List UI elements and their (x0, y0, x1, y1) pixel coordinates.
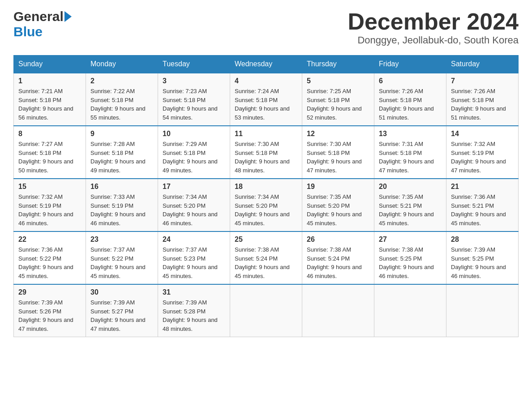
day-info: Sunrise: 7:30 AMSunset: 5:18 PMDaylight:… (307, 140, 369, 175)
day-info: Sunrise: 7:37 AMSunset: 5:23 PMDaylight:… (163, 245, 225, 280)
day-number: 28 (451, 235, 514, 244)
day-number: 25 (235, 235, 297, 244)
logo-arrow-icon (64, 11, 72, 22)
calendar-table: Sunday Monday Tuesday Wednesday Thursday… (13, 55, 519, 337)
table-row: 9Sunrise: 7:28 AMSunset: 5:18 PMDaylight… (86, 126, 158, 179)
table-row: 23Sunrise: 7:37 AMSunset: 5:22 PMDayligh… (86, 231, 158, 284)
day-number: 31 (163, 288, 225, 296)
table-row: 12Sunrise: 7:30 AMSunset: 5:18 PMDayligh… (302, 126, 374, 179)
day-number: 13 (379, 130, 442, 138)
day-info: Sunrise: 7:34 AMSunset: 5:20 PMDaylight:… (235, 193, 297, 227)
day-info: Sunrise: 7:21 AMSunset: 5:18 PMDaylight:… (18, 87, 81, 122)
day-number: 29 (18, 288, 81, 296)
col-sunday: Sunday (14, 56, 86, 73)
table-row: 19Sunrise: 7:35 AMSunset: 5:20 PMDayligh… (302, 179, 374, 231)
day-number: 1 (18, 77, 81, 85)
title-section: December 2024 Donggye, Jeollabuk-do, Sou… (348, 9, 519, 46)
day-info: Sunrise: 7:34 AMSunset: 5:20 PMDaylight:… (163, 193, 225, 227)
table-row: 24Sunrise: 7:37 AMSunset: 5:23 PMDayligh… (158, 231, 230, 284)
table-row: 13Sunrise: 7:31 AMSunset: 5:18 PMDayligh… (374, 126, 446, 179)
day-number: 3 (163, 77, 225, 85)
day-info: Sunrise: 7:35 AMSunset: 5:21 PMDaylight:… (379, 193, 442, 227)
day-number: 23 (90, 235, 153, 244)
page-header: General Blue December 2024 Donggye, Jeol… (13, 9, 519, 46)
col-wednesday: Wednesday (230, 56, 302, 73)
day-number: 16 (90, 183, 153, 191)
table-row: 1Sunrise: 7:21 AMSunset: 5:18 PMDaylight… (14, 73, 86, 126)
col-tuesday: Tuesday (158, 56, 230, 73)
day-number: 27 (379, 235, 442, 244)
day-number: 30 (90, 288, 153, 296)
day-number: 7 (451, 77, 514, 85)
day-info: Sunrise: 7:27 AMSunset: 5:18 PMDaylight:… (18, 140, 81, 175)
calendar-week-row: 29Sunrise: 7:39 AMSunset: 5:26 PMDayligh… (14, 284, 519, 337)
day-info: Sunrise: 7:23 AMSunset: 5:18 PMDaylight:… (163, 87, 225, 122)
table-row: 17Sunrise: 7:34 AMSunset: 5:20 PMDayligh… (158, 179, 230, 231)
col-saturday: Saturday (446, 56, 519, 73)
table-row: 31Sunrise: 7:39 AMSunset: 5:28 PMDayligh… (158, 284, 230, 337)
day-number: 20 (379, 183, 442, 191)
logo-blue-text: Blue (13, 24, 43, 39)
day-info: Sunrise: 7:29 AMSunset: 5:18 PMDaylight:… (163, 140, 225, 175)
day-number: 2 (90, 77, 153, 85)
col-monday: Monday (86, 56, 158, 73)
day-number: 10 (163, 130, 225, 138)
day-info: Sunrise: 7:26 AMSunset: 5:18 PMDaylight:… (451, 87, 514, 122)
day-number: 4 (235, 77, 297, 85)
day-info: Sunrise: 7:37 AMSunset: 5:22 PMDaylight:… (90, 245, 153, 280)
day-number: 12 (307, 130, 369, 138)
table-row: 8Sunrise: 7:27 AMSunset: 5:18 PMDaylight… (14, 126, 86, 179)
day-number: 17 (163, 183, 225, 191)
calendar-week-row: 1Sunrise: 7:21 AMSunset: 5:18 PMDaylight… (14, 73, 519, 126)
calendar-week-row: 22Sunrise: 7:36 AMSunset: 5:22 PMDayligh… (14, 231, 519, 284)
day-number: 11 (235, 130, 297, 138)
day-info: Sunrise: 7:38 AMSunset: 5:24 PMDaylight:… (235, 245, 297, 280)
day-number: 24 (163, 235, 225, 244)
day-number: 8 (18, 130, 81, 138)
table-row: 7Sunrise: 7:26 AMSunset: 5:18 PMDaylight… (446, 73, 519, 126)
table-row (302, 284, 374, 337)
table-row: 30Sunrise: 7:39 AMSunset: 5:27 PMDayligh… (86, 284, 158, 337)
table-row: 15Sunrise: 7:32 AMSunset: 5:19 PMDayligh… (14, 179, 86, 231)
day-info: Sunrise: 7:36 AMSunset: 5:22 PMDaylight:… (18, 245, 81, 280)
logo-general-text: General (13, 9, 64, 24)
table-row: 18Sunrise: 7:34 AMSunset: 5:20 PMDayligh… (230, 179, 302, 231)
table-row: 22Sunrise: 7:36 AMSunset: 5:22 PMDayligh… (14, 231, 86, 284)
day-info: Sunrise: 7:28 AMSunset: 5:18 PMDaylight:… (90, 140, 153, 175)
table-row: 26Sunrise: 7:38 AMSunset: 5:24 PMDayligh… (302, 231, 374, 284)
day-info: Sunrise: 7:31 AMSunset: 5:18 PMDaylight:… (379, 140, 442, 175)
table-row: 5Sunrise: 7:25 AMSunset: 5:18 PMDaylight… (302, 73, 374, 126)
month-title: December 2024 (348, 9, 519, 34)
day-info: Sunrise: 7:39 AMSunset: 5:28 PMDaylight:… (163, 298, 225, 333)
day-info: Sunrise: 7:30 AMSunset: 5:18 PMDaylight:… (235, 140, 297, 175)
day-info: Sunrise: 7:38 AMSunset: 5:24 PMDaylight:… (307, 245, 369, 280)
location-text: Donggye, Jeollabuk-do, South Korea (348, 34, 519, 46)
calendar-week-row: 15Sunrise: 7:32 AMSunset: 5:19 PMDayligh… (14, 179, 519, 231)
day-info: Sunrise: 7:24 AMSunset: 5:18 PMDaylight:… (235, 87, 297, 122)
day-number: 26 (307, 235, 369, 244)
day-info: Sunrise: 7:39 AMSunset: 5:27 PMDaylight:… (90, 298, 153, 333)
calendar-header-row: Sunday Monday Tuesday Wednesday Thursday… (14, 56, 519, 73)
day-info: Sunrise: 7:26 AMSunset: 5:18 PMDaylight:… (379, 87, 442, 122)
day-info: Sunrise: 7:32 AMSunset: 5:19 PMDaylight:… (451, 140, 514, 175)
table-row (374, 284, 446, 337)
table-row: 20Sunrise: 7:35 AMSunset: 5:21 PMDayligh… (374, 179, 446, 231)
table-row (230, 284, 302, 337)
day-number: 22 (18, 235, 81, 244)
day-info: Sunrise: 7:38 AMSunset: 5:25 PMDaylight:… (379, 245, 442, 280)
table-row: 11Sunrise: 7:30 AMSunset: 5:18 PMDayligh… (230, 126, 302, 179)
day-info: Sunrise: 7:32 AMSunset: 5:19 PMDaylight:… (18, 193, 81, 227)
col-thursday: Thursday (302, 56, 374, 73)
table-row (446, 284, 519, 337)
day-info: Sunrise: 7:35 AMSunset: 5:20 PMDaylight:… (307, 193, 369, 227)
table-row: 27Sunrise: 7:38 AMSunset: 5:25 PMDayligh… (374, 231, 446, 284)
day-number: 14 (451, 130, 514, 138)
table-row: 25Sunrise: 7:38 AMSunset: 5:24 PMDayligh… (230, 231, 302, 284)
table-row: 16Sunrise: 7:33 AMSunset: 5:19 PMDayligh… (86, 179, 158, 231)
day-info: Sunrise: 7:22 AMSunset: 5:18 PMDaylight:… (90, 87, 153, 122)
day-info: Sunrise: 7:33 AMSunset: 5:19 PMDaylight:… (90, 193, 153, 227)
day-info: Sunrise: 7:39 AMSunset: 5:25 PMDaylight:… (451, 245, 514, 280)
table-row: 10Sunrise: 7:29 AMSunset: 5:18 PMDayligh… (158, 126, 230, 179)
day-info: Sunrise: 7:36 AMSunset: 5:21 PMDaylight:… (451, 193, 514, 227)
table-row: 6Sunrise: 7:26 AMSunset: 5:18 PMDaylight… (374, 73, 446, 126)
